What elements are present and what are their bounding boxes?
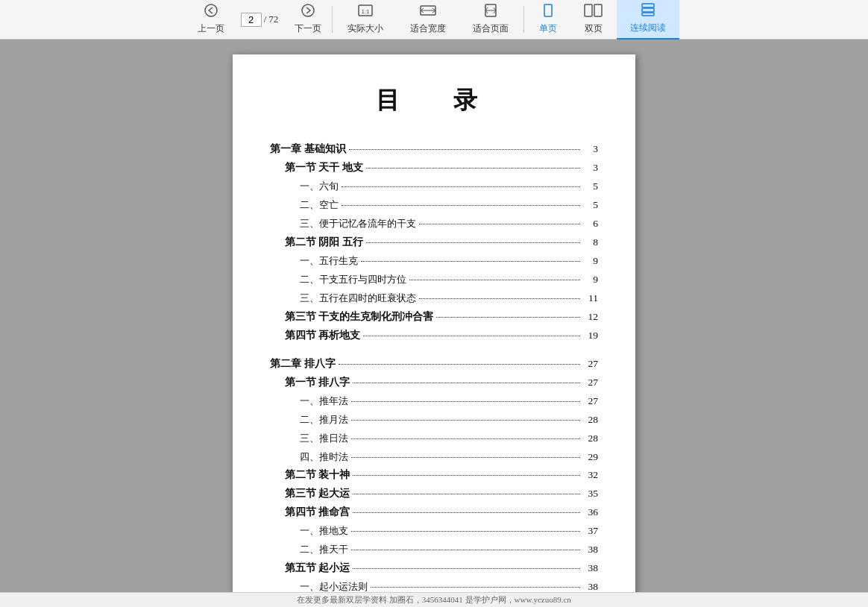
toc-page-number: 6 [583,215,598,233]
toc-page-number: 9 [583,252,598,271]
toc-label: 第五节 起小运 [285,559,350,578]
toc-label: 第四节 再析地支 [285,327,360,345]
divider-2 [523,6,524,33]
toc-row: 四、推时法29 [270,448,598,467]
toc-page-number: 38 [583,559,598,578]
next-icon [301,4,315,21]
book-page: 目 录 第一章 基础知识3第一节 天干 地支3一、六旬5二、空亡5三、便于记忆各… [233,54,635,592]
page-number-area: / 72 [233,0,286,40]
toc-label: 一、六旬 [300,177,339,195]
toc-row: 第二节 装十神32 [270,466,598,485]
toolbar: 上一页 / 72 下一页 1:1 实际大小 [0,0,868,40]
toc-label: 第一节 排八字 [285,374,350,392]
svg-point-0 [205,4,217,16]
toc-page-number: 32 [583,466,598,485]
svg-point-1 [302,4,314,16]
toc-page-number: 8 [583,233,598,252]
continuous-read-button[interactable]: 连续阅读 [617,0,679,40]
fit-page-label: 适合页面 [473,22,509,35]
toc-row: 第二章 排八字27 [270,354,598,374]
toc-row: 第一节 天干 地支3 [270,159,598,177]
toc-page-number: 36 [583,503,598,522]
svg-rect-12 [642,8,654,12]
status-bar: 在发更多最新双层学资料 加圈石，3456344041 是学护户网，www.ycz… [0,592,868,607]
toc-page-number: 38 [583,578,598,592]
single-page-icon [540,4,556,21]
toc-label: 二、空亡 [300,196,339,214]
double-page-icon [584,4,603,21]
svg-text:1:1: 1:1 [362,8,371,15]
toc-dots [351,420,580,421]
toc-row: 第二节 阴阳 五行8 [270,233,598,252]
double-label: 双页 [585,22,603,35]
toc-label: 一、起小运法则 [300,578,368,592]
fit-page-button[interactable]: 适合页面 [459,0,522,40]
toc-dots [342,205,580,206]
toc-row: 第一节 排八字27 [270,374,598,392]
prev-page-button[interactable]: 上一页 [189,0,233,40]
fit-width-label: 适合宽度 [410,22,446,35]
toc-row: 第四节 再析地支19 [270,327,598,345]
svg-rect-13 [642,13,654,16]
toc-page-number: 27 [583,355,598,374]
toc-dots [351,550,580,550]
toc-page-number: 29 [583,448,598,467]
toc-dots [353,494,580,494]
toc-page-number: 27 [583,374,598,392]
toc-dots [351,438,580,439]
toc-page-number: 3 [583,159,598,177]
toc-page-number: 28 [583,430,598,448]
toc-label: 第一节 天干 地支 [285,159,363,177]
svg-rect-10 [594,4,602,16]
toc-label: 四、推时法 [300,448,348,466]
toc-label: 第二节 阴阳 五行 [285,233,363,252]
fit-width-button[interactable]: 适合宽度 [397,0,459,40]
prev-icon [204,4,218,21]
svg-rect-8 [544,4,552,16]
toc-dots [353,383,580,383]
toc-row: 二、干支五行与四时方位9 [270,271,598,289]
svg-rect-11 [642,4,654,7]
toc-row: 三、推日法28 [270,430,598,448]
toc-dots [353,512,580,513]
toc-page-number: 35 [583,485,598,503]
toc-dots [351,457,580,458]
toc-page-number: 12 [583,308,598,327]
toc-label: 二、干支五行与四时方位 [300,271,406,289]
toc-label: 第一章 基础知识 [270,139,346,159]
fit-width-icon [420,4,436,21]
toc-label: 一、五行生克 [300,252,358,270]
toc-page-number: 19 [583,327,598,345]
continuous-label: 连续阅读 [630,22,666,34]
toc-row: 三、五行在四时的旺衰状态11 [270,289,598,308]
toc-page-number: 11 [583,289,598,308]
toc-label: 一、推年法 [300,392,348,410]
toc-dots [361,261,580,262]
toc-container: 第一章 基础知识3第一节 天干 地支3一、六旬5二、空亡5三、便于记忆各流年的干… [270,139,598,592]
toc-label: 二、推月法 [300,411,348,429]
toc-label: 三、五行在四时的旺衰状态 [300,289,416,307]
double-page-button[interactable]: 双页 [570,0,617,40]
actual-size-button[interactable]: 1:1 实际大小 [334,0,397,40]
toc-row: 一、五行生克9 [270,252,598,271]
next-page-button[interactable]: 下一页 [286,0,330,40]
toc-label: 第二节 装十神 [285,466,350,485]
actual-size-label: 实际大小 [347,22,383,35]
toc-label: 三、推日法 [300,430,348,447]
toc-row: 第一章 基础知识3 [270,139,598,159]
toc-dots [363,336,580,336]
toc-row: 一、起小运法则38 [270,578,598,592]
prev-label: 上一页 [198,22,224,35]
divider-1 [332,6,333,33]
svg-rect-9 [585,4,592,16]
content-area: 目 录 第一章 基础知识3第一节 天干 地支3一、六旬5二、空亡5三、便于记忆各… [0,40,868,592]
toc-row: 第四节 推命宫36 [270,503,598,522]
toc-row: 一、六旬5 [270,177,598,196]
single-label: 单页 [539,22,557,35]
toc-dots [339,364,581,365]
continuous-icon [640,3,656,20]
page-input[interactable] [241,13,262,27]
toc-row: 第五节 起小运38 [270,559,598,578]
single-page-button[interactable]: 单页 [526,0,570,40]
toc-page-number: 28 [583,411,598,430]
